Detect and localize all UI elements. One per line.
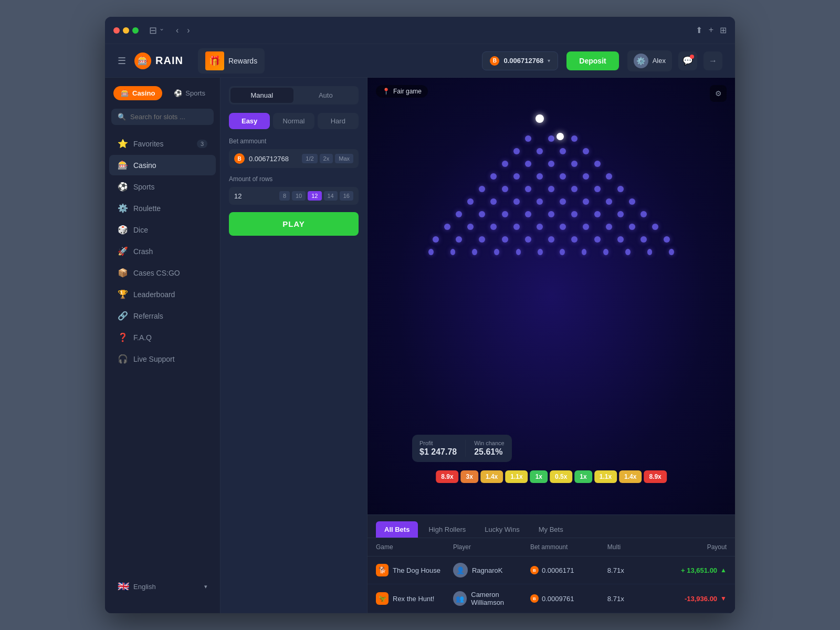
rows-14-button[interactable]: 14 — [324, 191, 338, 201]
rows-10-button[interactable]: 10 — [292, 191, 306, 201]
profit-tooltip: Profit $1 247.78 Win chance 25.61% — [412, 435, 512, 462]
app-window: ⊟⌄ ‹ › ⬆ + ⊞ ☰ 🎰 RAIN 🎁 Rewards B 0.0067… — [105, 17, 735, 613]
close-dot[interactable] — [113, 27, 120, 34]
bet-double-button[interactable]: 2x — [320, 154, 333, 163]
forward-button[interactable]: › — [184, 26, 193, 35]
search-box[interactable]: 🔍 — [111, 109, 214, 125]
rows-16-button[interactable]: 16 — [340, 191, 353, 201]
rows-label: Amount of rows — [229, 175, 359, 183]
sidebar-item-support[interactable]: 🎧 Live Support — [109, 349, 216, 369]
share-icon[interactable]: ⬆ — [696, 25, 702, 35]
sidebar-item-sports[interactable]: ⚽ Sports — [109, 176, 216, 197]
sidebar-toggle[interactable]: ⊟⌄ — [149, 25, 164, 36]
maximize-dot[interactable] — [132, 27, 139, 34]
notifications-button[interactable]: 💬 — [678, 51, 697, 70]
diff-tab-hard[interactable]: Hard — [318, 113, 359, 129]
game-view: 📍 Fair game ⚙ — [368, 78, 735, 613]
minimize-dot[interactable] — [123, 27, 129, 34]
sidebar-item-roulette[interactable]: ⚙️ Roulette — [109, 198, 216, 218]
support-icon: 🎧 — [118, 354, 128, 364]
bet-amount: 0.0009761 — [542, 595, 574, 603]
sidebar-item-faq[interactable]: ❓ F.A.Q — [109, 327, 216, 348]
favorites-label: Favorites — [133, 140, 164, 148]
win-chance-value: 25.61% — [474, 447, 504, 457]
peg — [490, 198, 497, 205]
rows-12-button[interactable]: 12 — [308, 191, 321, 201]
bets-tab-lucky-wins[interactable]: Lucky Wins — [476, 521, 528, 538]
user-menu-button[interactable]: ⚙️ Alex — [627, 50, 672, 71]
peg — [629, 198, 635, 205]
sidebar-item-cases[interactable]: 📦 Cases CS:GO — [109, 262, 216, 283]
play-button[interactable]: PLAY — [229, 212, 359, 236]
tab-casino[interactable]: 🎰 Casino — [113, 86, 162, 100]
peg — [571, 236, 578, 243]
bet-value: 0.006712768 — [249, 155, 298, 163]
windows-icon[interactable]: ⊞ — [720, 25, 727, 35]
multiplier-row: 8.9x3x1.4x1.1x1x0.5x1x1.1x1.4x8.9x — [436, 470, 667, 483]
mode-tab-manual[interactable]: Manual — [230, 88, 293, 103]
header-right: ⚙️ Alex 💬 → — [627, 50, 722, 71]
bets-tab-high-rollers[interactable]: High Rollers — [420, 521, 474, 538]
multiplier-chip: 1.1x — [505, 470, 528, 483]
sidebar-item-dice[interactable]: 🎲 Dice — [109, 219, 216, 240]
rows-8-button[interactable]: 8 — [279, 191, 290, 201]
settings-button[interactable]: ⚙ — [710, 85, 727, 102]
bets-tab-all[interactable]: All Bets — [376, 521, 418, 538]
sidebar-bottom: 🇬🇧 English ▾ — [105, 568, 220, 605]
player-name: Cameron Williamson — [471, 591, 530, 606]
language-selector[interactable]: 🇬🇧 English ▾ — [113, 576, 212, 596]
diff-tab-normal[interactable]: Normal — [273, 113, 314, 129]
peg — [537, 198, 543, 205]
sidebar-item-referrals[interactable]: 🔗 Referrals — [109, 306, 216, 326]
player-cell-1: 👤 RagnaroK — [453, 563, 530, 578]
multiplier-chip: 8.9x — [644, 470, 666, 483]
coin-icon: B — [530, 566, 539, 574]
sidebar: 🎰 Casino ⚽ Sports 🔍 ⭐ Favorites 3 🎰 Casi — [105, 78, 220, 613]
referrals-label: Referrals — [133, 312, 163, 320]
player-avatar: 👤 — [453, 563, 468, 578]
casino-icon: 🎰 — [118, 160, 128, 170]
tab-sports[interactable]: ⚽ Sports — [166, 86, 213, 100]
new-tab-icon[interactable]: + — [709, 25, 713, 35]
game-icon: 🐕 — [376, 564, 388, 576]
sidebar-item-favorites[interactable]: ⭐ Favorites 3 — [109, 133, 216, 154]
bet-half-button[interactable]: 1/2 — [302, 154, 317, 163]
multiplier-chip: 1x — [530, 470, 548, 483]
header: ☰ 🎰 RAIN 🎁 Rewards B 0.006712768 ▾ Depos… — [105, 44, 735, 78]
sidebar-item-crash[interactable]: 🚀 Crash — [109, 241, 216, 261]
rows-buttons: 8 10 12 14 16 — [279, 191, 353, 201]
balance-coin-icon: B — [490, 56, 499, 66]
peg — [640, 211, 647, 217]
favorites-badge: 3 — [197, 140, 207, 148]
bet-cell-1: B 0.0006171 — [530, 566, 607, 574]
peg — [606, 198, 612, 205]
game-cell-2: 🦖 Rex the Hunt! — [376, 592, 453, 605]
sports-icon: ⚽ — [118, 182, 128, 192]
login-button[interactable]: → — [704, 51, 722, 70]
deposit-button[interactable]: Deposit — [566, 51, 618, 70]
rewards-button[interactable]: 🎁 Rewards — [198, 48, 265, 74]
sidebar-item-leaderboard[interactable]: 🏆 Leaderboard — [109, 284, 216, 304]
payout-cell-1: + 13,651.00 ▲ — [664, 566, 727, 574]
bet-max-button[interactable]: Max — [335, 154, 353, 163]
bets-table: Game Player Bet ammount Multi Payout 🐕 T… — [368, 538, 735, 613]
back-button[interactable]: ‹ — [173, 26, 182, 35]
leaderboard-icon: 🏆 — [118, 289, 128, 299]
sidebar-item-casino[interactable]: 🎰 Casino — [109, 155, 216, 175]
crash-icon: 🚀 — [118, 246, 128, 256]
payout-cell-2: -13,936.00 ▼ — [664, 595, 727, 603]
peg — [669, 249, 674, 255]
peg — [617, 211, 624, 217]
rewards-label: Rewards — [228, 57, 257, 65]
bets-tab-my-bets[interactable]: My Bets — [530, 521, 572, 538]
col-game-header: Game — [376, 543, 453, 551]
menu-button[interactable]: ☰ — [118, 55, 126, 67]
coin-icon: B — [530, 594, 539, 603]
search-input[interactable] — [130, 113, 207, 121]
balance-button[interactable]: B 0.006712768 ▾ — [482, 51, 558, 70]
rewards-icon: 🎁 — [205, 51, 224, 70]
peg — [583, 224, 589, 230]
diff-tab-easy[interactable]: Easy — [229, 113, 270, 129]
payout-down-icon: ▼ — [720, 595, 727, 602]
mode-tab-auto[interactable]: Auto — [295, 88, 358, 103]
